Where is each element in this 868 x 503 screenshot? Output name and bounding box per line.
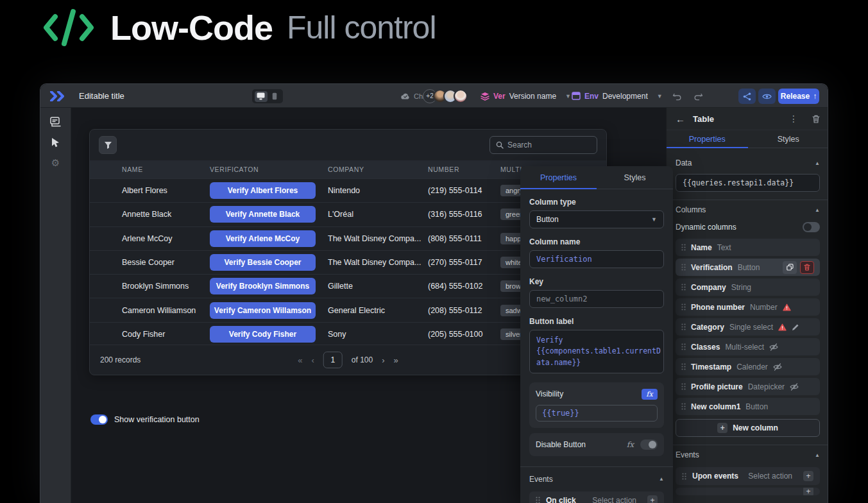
visibility-input[interactable]: {{true}} [536, 405, 658, 422]
column-header[interactable]: NUMBER [428, 166, 500, 173]
on-click-row[interactable]: On click Select action + [529, 491, 664, 503]
drag-handle-icon[interactable] [681, 244, 686, 251]
drag-handle-icon[interactable] [681, 284, 686, 291]
pages-icon[interactable] [50, 117, 61, 127]
verify-button[interactable]: Verify Annette Black [210, 206, 316, 223]
column-list-item[interactable]: Verification Button [676, 259, 820, 276]
avatar[interactable] [454, 89, 468, 103]
button-label-input[interactable]: Verify {{components.table1.currentD ata.… [529, 330, 664, 373]
delete-widget-icon[interactable] [812, 115, 820, 123]
column-list-item[interactable]: Timestamp Calender [676, 358, 820, 375]
events-section-label[interactable]: Events [529, 475, 553, 484]
event-row-partial[interactable]: + [676, 488, 820, 495]
add-action-icon[interactable]: + [803, 471, 813, 481]
app-logo-icon[interactable] [50, 84, 66, 108]
collapse-icon[interactable]: ▲ [815, 207, 820, 213]
column-list-item[interactable]: Classes Multi-select [676, 338, 820, 355]
drag-handle-icon[interactable] [536, 497, 540, 503]
column-list-item[interactable]: Phone number Number [676, 298, 820, 316]
mobile-view-button[interactable] [268, 91, 281, 102]
last-page-button[interactable]: » [394, 355, 398, 365]
verify-button[interactable]: Verify Cameron Willamson [210, 302, 316, 319]
release-label: Release [781, 92, 810, 101]
new-column-button[interactable]: + New column [676, 419, 820, 437]
drag-handle-icon[interactable] [681, 383, 686, 390]
next-page-button[interactable]: › [382, 355, 384, 365]
editor-left-sidebar: ⚙ [40, 108, 71, 503]
columns-section-label[interactable]: Columns [676, 205, 706, 214]
data-section-label[interactable]: Data [676, 158, 692, 167]
drag-handle-icon[interactable] [681, 323, 686, 330]
search-input[interactable] [507, 141, 584, 149]
undo-icon[interactable] [672, 92, 683, 101]
drag-handle-icon[interactable] [681, 403, 686, 410]
duplicate-column-button[interactable] [783, 261, 797, 274]
column-name: Classes [691, 343, 720, 352]
desktop-view-button[interactable] [255, 91, 268, 102]
data-value-input[interactable]: {{queries.restapi1.data}} [676, 174, 820, 192]
column-list-item[interactable]: Company String [676, 278, 820, 296]
kebab-menu-icon[interactable]: ⋮ [789, 114, 798, 124]
cursor-icon[interactable] [51, 137, 60, 148]
events-section-label[interactable]: Events [676, 450, 699, 459]
collapse-icon[interactable]: ▲ [815, 160, 820, 166]
release-button[interactable]: Release ↑ [778, 89, 819, 104]
column-header[interactable]: NAME [122, 166, 210, 173]
verify-button[interactable]: Verify Cody Fisher [210, 326, 316, 343]
delete-column-button[interactable] [800, 261, 814, 274]
tab-styles[interactable]: Styles [597, 166, 673, 189]
current-page-input[interactable]: 1 [323, 352, 343, 368]
app-title[interactable]: Editable title [79, 84, 124, 108]
dynamic-columns-toggle[interactable] [803, 222, 820, 232]
redo-icon[interactable] [693, 92, 703, 101]
drag-handle-icon[interactable] [681, 343, 686, 350]
history-controls [672, 84, 703, 108]
fx-toggle-icon[interactable]: fx [627, 440, 634, 449]
prev-page-button[interactable]: ‹ [311, 355, 314, 365]
column-header[interactable]: VERIFICATON [210, 166, 328, 173]
environment-selector[interactable]: Env Development ▼ [572, 84, 663, 108]
verify-button[interactable]: Verify Brooklyn Simmons [210, 278, 316, 294]
first-page-button[interactable]: « [298, 355, 302, 365]
drag-handle-icon[interactable] [681, 363, 686, 370]
verify-button[interactable]: Verify Albert Flores [210, 182, 316, 199]
share-button[interactable] [738, 89, 756, 104]
column-list-item[interactable]: Profile picture Datepicker [676, 378, 820, 395]
collapse-icon[interactable]: ▲ [659, 476, 664, 482]
cell-verification: Verify Bessie Cooper [210, 254, 328, 271]
fx-badge[interactable]: fx [642, 389, 658, 400]
filter-button[interactable] [99, 136, 117, 154]
trash-icon [804, 264, 810, 271]
drag-handle-icon[interactable] [682, 473, 686, 480]
collapse-icon[interactable]: ▲ [815, 452, 820, 458]
key-input[interactable]: new_column2 [529, 290, 664, 308]
table-search[interactable] [489, 136, 597, 154]
column-list-item[interactable]: Name Text [676, 239, 820, 256]
tab-styles[interactable]: Styles [748, 130, 829, 148]
edit-pencil-icon[interactable] [792, 323, 799, 331]
back-arrow-icon[interactable]: ← [676, 114, 685, 124]
settings-gear-icon[interactable]: ⚙ [51, 158, 60, 167]
verify-button[interactable]: Verify Bessie Cooper [210, 254, 316, 271]
show-verification-toggle[interactable] [90, 414, 108, 425]
add-action-icon[interactable]: + [647, 495, 658, 503]
preview-button[interactable] [758, 89, 776, 104]
tab-properties[interactable]: Properties [520, 166, 597, 189]
code-icon [41, 8, 96, 47]
verify-button[interactable]: Verify Arlene McCoy [210, 230, 316, 247]
column-panel-tabs: Properties Styles [520, 166, 673, 189]
column-list: Name Text [676, 239, 820, 415]
disable-button-toggle[interactable] [640, 439, 658, 450]
column-list-item[interactable]: New column1 Button [676, 398, 820, 415]
cell-name: Arlene McCoy [122, 234, 210, 243]
column-header[interactable]: COMPANY [328, 166, 428, 173]
drag-handle-icon[interactable] [681, 264, 686, 271]
column-name-input[interactable]: Verification [529, 250, 664, 268]
drag-handle-icon[interactable] [681, 303, 686, 311]
column-type-select[interactable]: Button ▼ [529, 210, 664, 228]
version-selector[interactable]: Ver Version name ▼ [481, 84, 571, 108]
column-list-item[interactable]: Category Single select [676, 318, 820, 336]
upon-events-row[interactable]: Upon events Select action + [676, 467, 820, 485]
dynamic-columns-label: Dynamic columns [676, 223, 736, 232]
tab-properties[interactable]: Properties [667, 130, 748, 148]
